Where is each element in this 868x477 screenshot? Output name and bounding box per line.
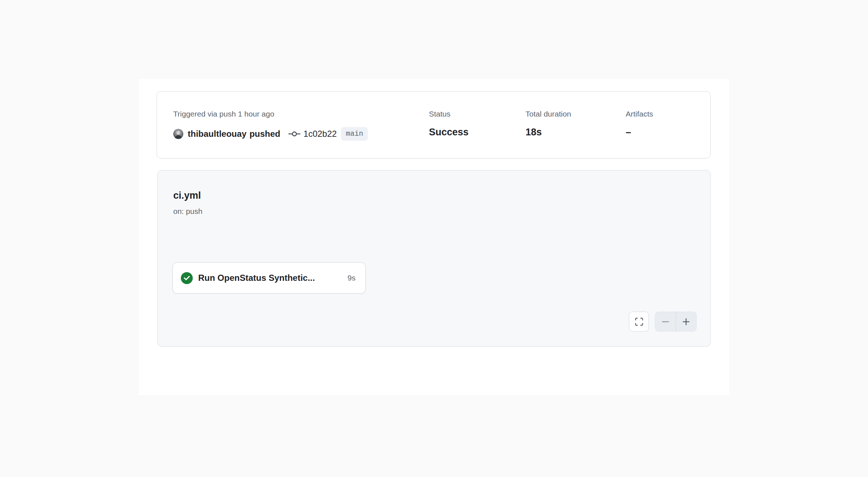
avatar[interactable]: [173, 129, 183, 139]
plus-icon: [681, 317, 691, 326]
run-summary-card: Triggered via push 1 hour ago: [157, 91, 711, 159]
workflow-file-name: ci.yml: [173, 189, 201, 202]
content-panel: Triggered via push 1 hour ago: [139, 79, 729, 395]
avatar-image: [173, 129, 183, 139]
fullscreen-button[interactable]: [629, 312, 649, 332]
actor-link[interactable]: thibaultleouay: [188, 129, 247, 139]
run-trigger-summary: Triggered via push 1 hour ago: [173, 109, 274, 119]
status-value: Success: [429, 126, 469, 138]
fullscreen-icon: [634, 317, 644, 326]
check-circle-icon: [181, 272, 193, 284]
duration-value: 18s: [526, 126, 571, 138]
job-name: Run OpenStatus Synthetic...: [198, 273, 315, 283]
pushed-label: pushed: [250, 129, 280, 139]
artifacts-label: Artifacts: [626, 109, 653, 119]
duration-label: Total duration: [526, 109, 571, 119]
branch-badge[interactable]: main: [341, 127, 368, 141]
commit-sha: 1c02b22: [303, 129, 337, 139]
artifacts-column: Artifacts –: [626, 109, 653, 138]
zoom-in-button[interactable]: [676, 312, 696, 331]
workflow-trigger: on: push: [173, 206, 203, 216]
commit-link[interactable]: 1c02b22: [288, 129, 337, 139]
job-node[interactable]: Run OpenStatus Synthetic... 9s: [173, 262, 366, 294]
zoom-out-button[interactable]: [655, 312, 676, 331]
status-label: Status: [429, 109, 469, 119]
minus-icon: [661, 317, 670, 326]
commit-row: thibaultleouay pushed 1c02b22 main: [173, 127, 368, 141]
zoom-controls: [655, 312, 697, 332]
job-duration: 9s: [342, 274, 356, 282]
status-column: Status Success: [429, 109, 469, 138]
workflow-graph-card: ci.yml on: push Run OpenStatus Synthetic…: [157, 170, 711, 347]
artifacts-value: –: [626, 126, 653, 138]
duration-column: Total duration 18s: [526, 109, 571, 138]
git-commit-icon: [288, 130, 301, 138]
